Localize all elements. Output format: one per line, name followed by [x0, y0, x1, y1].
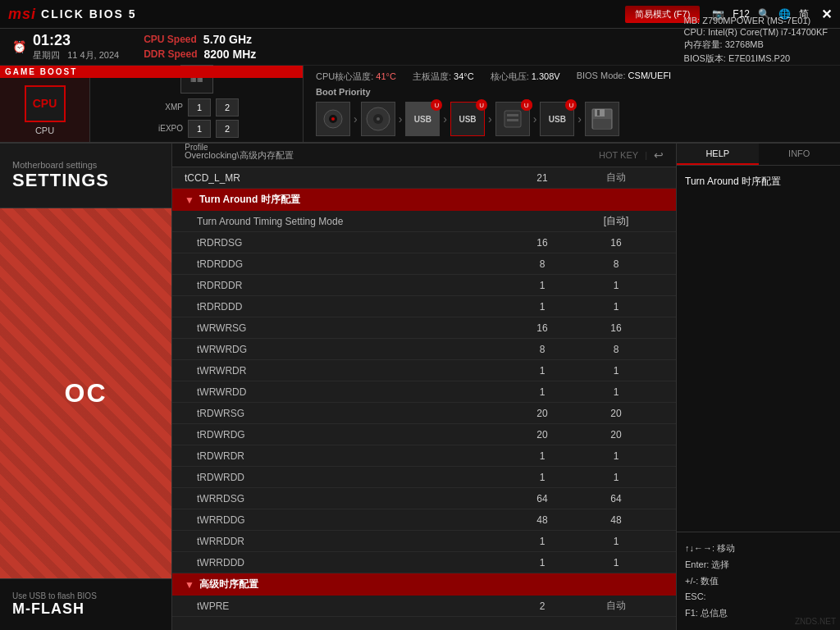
- iexpo-btn-1[interactable]: 1: [188, 120, 211, 138]
- v2-tWRRDDD: 1: [575, 557, 657, 568]
- watermark: ZNDS.NET: [795, 617, 836, 626]
- usb3-badge: U: [565, 99, 577, 111]
- mflash-area[interactable]: Use USB to flash BIOS M-FLASH: [0, 578, 171, 630]
- v2-tWRWRDD: 1: [575, 386, 657, 398]
- cpu-speed-value: 5.70 GHz: [203, 33, 252, 46]
- boot-device-usb1[interactable]: USB U: [405, 102, 440, 136]
- iexpo-label: iEXPO: [154, 124, 183, 133]
- boot-device-dvd[interactable]: [361, 102, 395, 136]
- v1-tWRRDSG: 64: [509, 493, 575, 504]
- hdd2-icon: U U: [495, 102, 530, 136]
- v1-tWPRE: 2: [509, 600, 575, 612]
- boot-device-usb3[interactable]: USB U: [540, 102, 574, 136]
- v1-tWRWRDD: 1: [509, 386, 575, 398]
- hotkey-area: HOT KEY | ↩: [599, 148, 664, 162]
- boot-device-hdd[interactable]: [316, 102, 350, 136]
- hotkey-label: HOT KEY: [599, 150, 638, 160]
- mflash-title: M-FLASH: [12, 600, 159, 618]
- row-tWRWRDD[interactable]: tWRWRDD 1 1: [172, 381, 676, 403]
- iexpo-row: iEXPO 1 2: [154, 120, 239, 138]
- row-tWRRDDD[interactable]: tWRRDDD 1 1: [172, 552, 676, 573]
- boot-arrow-1: ›: [354, 112, 358, 126]
- game-boost-area: GAME BOOST CPU ▦▦ XMP 1 2 iEXPO 1 2 Prof…: [0, 66, 304, 142]
- boot-device-hdd2[interactable]: U U: [495, 102, 530, 136]
- xmp-btn-1[interactable]: 1: [188, 98, 211, 116]
- svg-point-2: [331, 117, 335, 121]
- row-tRDRDDD[interactable]: tRDRDDD 1 1: [172, 296, 676, 317]
- table-row-timing-mode[interactable]: Turn Around Timing Setting Mode [自动]: [172, 211, 676, 232]
- v2-tRDRDDR: 1: [575, 280, 657, 291]
- boot-devices-list: › › USB U › USB U: [316, 102, 828, 136]
- xmp-btn-2[interactable]: 2: [216, 98, 239, 116]
- boot-arrow-6: ›: [578, 112, 582, 126]
- cpu-speed-row: CPU Speed 5.70 GHz: [144, 33, 256, 46]
- row-tRDWRDR[interactable]: tRDWRDR 1 1: [172, 445, 676, 467]
- xmp-label: XMP: [154, 103, 183, 112]
- name-tWPRE: tWPRE: [185, 600, 509, 612]
- v1-tRDWRDR: 1: [509, 450, 575, 462]
- boot-arrow-2: ›: [399, 112, 403, 126]
- hdd2-badge: U: [521, 99, 532, 111]
- param-name: Turn Around Timing Setting Mode: [185, 216, 509, 227]
- weekday: 星期四: [33, 50, 60, 60]
- row-tRDRDSG[interactable]: tRDRDSG 16 16: [172, 232, 676, 253]
- memory-info: 内存容量: 32768MB: [684, 39, 828, 51]
- name-tWRRDDR: tWRRDDR: [185, 536, 509, 547]
- row-tWRRDDG[interactable]: tWRRDDG 48 48: [172, 509, 676, 531]
- row-tRDWRSG[interactable]: tRDWRSG 20 20: [172, 403, 676, 424]
- section2-header[interactable]: ▼ 高级时序配置: [172, 573, 676, 596]
- divider: |: [645, 150, 647, 160]
- boot-priority-area: CPU核心温度: 41°C 主板温度: 34°C 核心电压: 1.308V BI…: [304, 66, 840, 142]
- name-tRDRDDD: tRDRDDD: [185, 301, 509, 313]
- section2-title: 高级时序配置: [199, 578, 258, 591]
- v1-tRDRDDG: 8: [509, 258, 575, 270]
- cpu-info: CPU: Intel(R) Core(TM) i7-14700KF: [684, 27, 828, 37]
- row-tRDWRDG[interactable]: tRDWRDG 20 20: [172, 424, 676, 445]
- main-content: Motherboard settings SETTINGS OC Use USB…: [0, 144, 840, 630]
- tab-help[interactable]: HELP: [677, 144, 759, 165]
- v1-tWRWRDR: 1: [509, 365, 575, 377]
- param-name-tCCD: tCCD_L_MR: [185, 172, 509, 184]
- hdd-icon: [316, 102, 350, 136]
- v2-tRDRDDG: 8: [575, 258, 657, 270]
- mb-info: MB: Z790MPOWER (MS-7E01): [684, 16, 828, 25]
- mb-temp: 主板温度: 34°C: [413, 71, 474, 83]
- row-tWRWRDR[interactable]: tWRWRDR 1 1: [172, 360, 676, 381]
- v1-tRDWRSG: 20: [509, 408, 575, 419]
- section2-arrow: ▼: [185, 579, 194, 591]
- table-row-tCCD[interactable]: tCCD_L_MR 21 自动: [172, 167, 676, 189]
- game-boost-label: GAME BOOST: [0, 66, 303, 78]
- boot-arrow-4: ›: [488, 112, 492, 126]
- row-tRDRDDG[interactable]: tRDRDDG 8 8: [172, 253, 676, 275]
- hint-esc: ESC:: [685, 589, 832, 605]
- iexpo-btn-2[interactable]: 2: [216, 120, 239, 138]
- cpu-temp: CPU核心温度: 41°C: [316, 71, 396, 83]
- hint-value: +/-: 数值: [685, 573, 832, 590]
- tab-info[interactable]: INFO: [759, 144, 841, 165]
- v2-tRDWRDD: 1: [575, 472, 657, 483]
- msi-logo: msi: [8, 6, 36, 23]
- settings-title: SETTINGS: [12, 170, 159, 191]
- time-display: 01:23: [33, 32, 119, 49]
- row-tWPRE[interactable]: tWPRE 2 自动: [172, 596, 676, 617]
- v1-tRDWRDD: 1: [509, 472, 575, 483]
- row-tWRRDDR[interactable]: tWRRDDR 1 1: [172, 531, 676, 552]
- v1-tWRWRSG: 16: [509, 322, 575, 334]
- row-tWRWRSG[interactable]: tWRWRSG 16 16: [172, 317, 676, 339]
- boot-device-fd[interactable]: [585, 102, 619, 136]
- section-title: Turn Around 时序配置: [199, 193, 300, 207]
- bios-name: CLICK BIOS 5: [41, 7, 137, 21]
- row-tRDRDDR[interactable]: tRDRDDR 1 1: [172, 275, 676, 296]
- right-tabs: HELP INFO: [677, 144, 840, 166]
- svg-rect-11: [597, 110, 600, 116]
- settings-table[interactable]: tCCD_L_MR 21 自动 ▼ Turn Around 时序配置 Turn …: [172, 167, 676, 630]
- bios-version: BIOS版本: E7E01IMS.P20: [684, 52, 828, 65]
- boot-device-usb2[interactable]: USB U: [450, 102, 485, 136]
- oc-button[interactable]: OC: [0, 208, 171, 578]
- section-turnaround-header[interactable]: ▼ Turn Around 时序配置: [172, 189, 676, 211]
- v2-tWRWRSG: 16: [575, 322, 657, 334]
- row-tRDWRDD[interactable]: tRDWRDD 1 1: [172, 467, 676, 488]
- row-tWRWRDG[interactable]: tWRWRDG 8 8: [172, 339, 676, 360]
- row-tWRRDSG[interactable]: tWRRDSG 64 64: [172, 488, 676, 509]
- back-icon[interactable]: ↩: [654, 148, 664, 162]
